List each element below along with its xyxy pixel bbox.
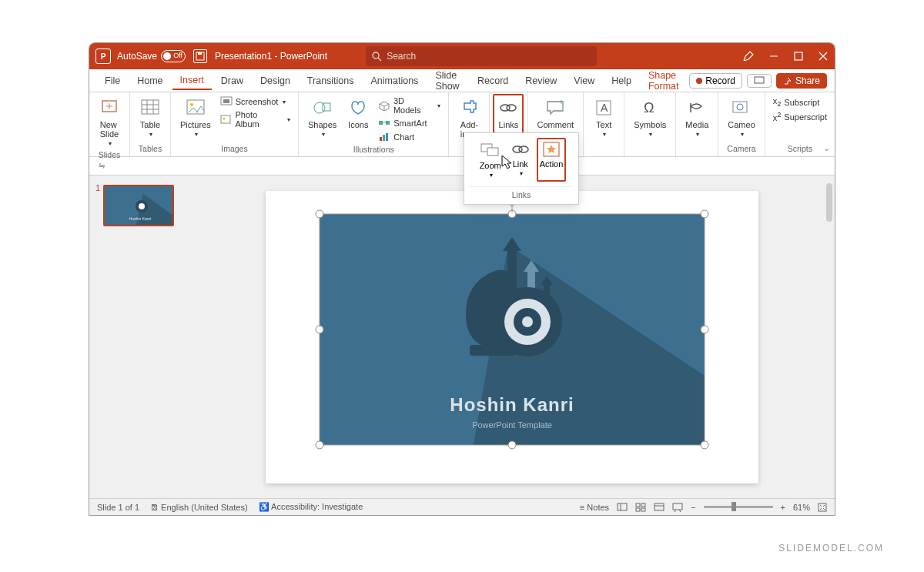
cursor-icon — [500, 154, 514, 169]
pictures-button[interactable]: Pictures▾ — [177, 95, 214, 139]
svg-rect-66 — [636, 508, 640, 511]
action-button[interactable]: Action — [537, 138, 567, 182]
symbols-button[interactable]: Ω Symbols▾ — [631, 95, 669, 139]
fit-to-window-button[interactable] — [818, 503, 827, 512]
qat-customize-button[interactable]: ⇋ — [99, 162, 105, 170]
svg-rect-20 — [223, 99, 229, 103]
shapes-button[interactable]: Shapes▾ — [305, 95, 340, 139]
tab-insert[interactable]: Insert — [172, 72, 212, 90]
svg-rect-68 — [654, 503, 664, 510]
search-placeholder: Search — [387, 51, 416, 62]
svg-rect-51 — [320, 214, 705, 445]
workspace: 1 Hoshin Kanri — [89, 176, 835, 498]
zoom-out-button[interactable]: − — [691, 503, 695, 512]
group-images: Pictures▾ Screenshot▾ Photo Album▾ Image… — [171, 92, 299, 156]
media-button[interactable]: Media▾ — [682, 95, 711, 139]
screenshot-button[interactable]: Screenshot▾ — [219, 95, 292, 108]
tab-design[interactable]: Design — [253, 72, 298, 89]
3d-models-button[interactable]: 3D Models▾ — [377, 95, 442, 115]
chart-button[interactable]: Chart — [377, 131, 442, 143]
svg-text:Ω: Ω — [644, 100, 654, 115]
new-slide-button[interactable]: New Slide▾ — [95, 95, 123, 149]
svg-rect-28 — [380, 137, 382, 141]
tab-transitions[interactable]: Transitions — [300, 72, 362, 89]
smartart-button[interactable]: SmartArt — [377, 117, 442, 129]
selected-shape[interactable]: Hoshin Kanri PowerPoint Template — [320, 214, 705, 445]
svg-rect-70 — [673, 503, 682, 510]
slide-sorter-button[interactable] — [635, 503, 646, 512]
tab-shape-format[interactable]: Shape Format — [641, 67, 688, 95]
status-bar: Slide 1 of 1 🖺 English (United States) ♿… — [89, 498, 835, 515]
svg-point-58 — [508, 441, 516, 449]
tab-record[interactable]: Record — [470, 72, 516, 89]
svg-point-54 — [701, 210, 708, 218]
photo-album-button[interactable]: Photo Album▾ — [219, 109, 292, 129]
svg-point-57 — [316, 441, 323, 449]
search-box[interactable]: Search — [366, 46, 597, 66]
tab-slideshow[interactable]: Slide Show — [427, 67, 468, 95]
accessibility-status[interactable]: ♿ Accessibility: Investigate — [259, 502, 363, 512]
svg-point-55 — [316, 326, 323, 333]
tab-home[interactable]: Home — [129, 72, 170, 89]
tab-review[interactable]: Review — [517, 72, 564, 89]
svg-point-59 — [701, 441, 708, 449]
superscript-button[interactable]: x2Superscript — [772, 110, 829, 123]
svg-rect-21 — [221, 115, 230, 123]
autosave-label: AutoSave — [117, 51, 157, 62]
subscript-button[interactable]: x2Subscript — [772, 95, 821, 109]
notes-button[interactable]: ≡ Notes — [580, 503, 609, 512]
ribbon-collapse-button[interactable]: ⌄ — [823, 143, 830, 153]
group-slides: New Slide▾ Slides — [89, 92, 130, 156]
group-tables: Table▾ Tables — [130, 92, 171, 156]
group-media: Media▾ — [676, 92, 718, 156]
text-button[interactable]: A Text▾ — [590, 95, 618, 139]
maximize-button[interactable] — [793, 51, 804, 62]
table-button[interactable]: Table▾ — [136, 95, 164, 139]
normal-view-button[interactable] — [617, 503, 628, 512]
zoom-level[interactable]: 61% — [793, 503, 810, 512]
zoom-in-button[interactable]: + — [781, 503, 785, 512]
share-button[interactable]: Share — [776, 73, 827, 89]
slide-counter: Slide 1 of 1 — [97, 503, 139, 512]
slide-canvas-area[interactable]: Hoshin Kanri PowerPoint Template — [189, 176, 835, 498]
svg-rect-26 — [386, 121, 390, 125]
tab-animations[interactable]: Animations — [363, 72, 427, 89]
minimize-button[interactable] — [768, 51, 779, 62]
cameo-button[interactable]: Cameo▾ — [725, 95, 758, 139]
record-button[interactable]: Record — [689, 73, 742, 89]
ribbon: New Slide▾ Slides Table▾ Tables Pictures… — [89, 92, 835, 157]
pen-icon[interactable] — [742, 50, 755, 62]
icons-button[interactable]: Icons — [344, 95, 372, 131]
slide-thumbnail-1[interactable]: Hoshin Kanri — [103, 185, 174, 226]
comment-button[interactable]: + Comment — [534, 95, 577, 131]
quick-access-row: ⇋ — [89, 157, 835, 176]
tab-help[interactable]: Help — [604, 72, 639, 89]
slide: Hoshin Kanri PowerPoint Template — [266, 191, 758, 483]
save-button[interactable] — [193, 49, 207, 63]
group-camera: Cameo▾ Camera — [718, 92, 765, 156]
svg-point-42 — [139, 203, 145, 209]
thumbnail-number: 1 — [95, 183, 100, 192]
vertical-scrollbar[interactable] — [825, 183, 833, 490]
tab-file[interactable]: File — [97, 72, 128, 89]
language-status[interactable]: 🖺 English (United States) — [150, 503, 248, 512]
svg-point-32 — [507, 105, 516, 111]
toggle-icon: Off — [161, 50, 186, 62]
tab-draw[interactable]: Draw — [213, 72, 251, 89]
zoom-slider[interactable] — [704, 506, 773, 508]
present-button[interactable] — [747, 74, 772, 88]
svg-rect-1 — [198, 52, 202, 55]
svg-point-77 — [519, 146, 528, 152]
svg-rect-25 — [379, 121, 383, 125]
close-button[interactable] — [818, 51, 829, 62]
svg-rect-37 — [733, 102, 747, 112]
title-bar: P AutoSave Off Presentation1 - PowerPoin… — [89, 43, 835, 69]
svg-rect-62 — [618, 503, 627, 510]
autosave-toggle[interactable]: AutoSave Off — [117, 50, 186, 62]
search-icon — [372, 52, 382, 62]
slideshow-view-button[interactable] — [672, 503, 683, 512]
reading-view-button[interactable] — [654, 503, 665, 512]
svg-point-18 — [190, 103, 193, 106]
tab-view[interactable]: View — [566, 72, 602, 89]
svg-text:+: + — [559, 99, 564, 106]
